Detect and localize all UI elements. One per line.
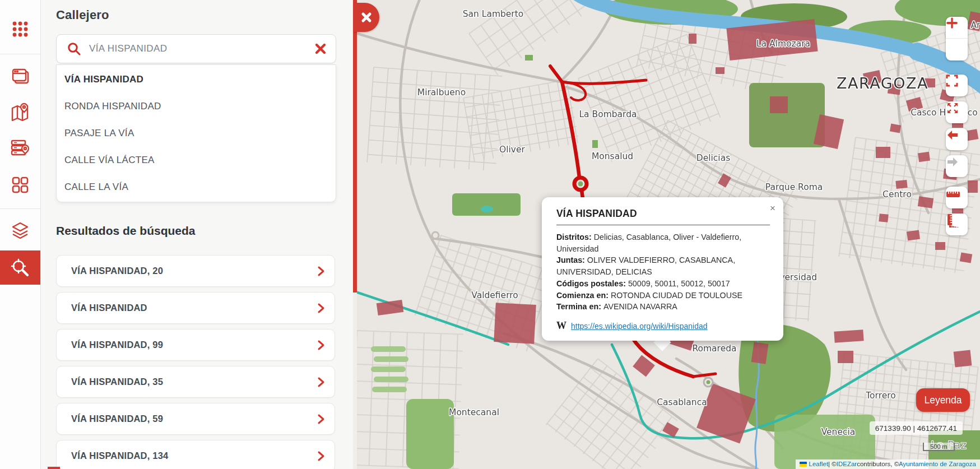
map-place-label: Romareda (692, 343, 736, 354)
result-card[interactable]: VÍA HISPANIDAD, 35 (56, 366, 335, 398)
result-card[interactable]: VÍA HISPANIDAD, 134 (56, 440, 335, 469)
sidebar-item-layers[interactable] (0, 215, 40, 247)
result-label: VÍA HISPANIDAD, 35 (71, 377, 163, 387)
chevron-right-icon (317, 414, 326, 425)
clear-search-icon[interactable] (314, 43, 327, 55)
attrib-text: contributors, © (857, 461, 899, 467)
map-place-label: Oliver (499, 145, 526, 155)
popup-close-icon[interactable]: × (770, 203, 775, 214)
autocomplete-item[interactable]: RONDA HISPANIDAD (57, 93, 336, 120)
ukraine-flag-icon (800, 462, 807, 467)
minus-icon (946, 17, 958, 29)
search-panel: Callejero VÍA HISPANIDADRONDA HISPANIDAD… (40, 0, 353, 469)
map-place-label: Parque Roma (765, 182, 823, 192)
search-target-icon (9, 257, 31, 279)
wikipedia-icon: W (556, 320, 566, 332)
popup-field: Juntas: OLIVER VALDEFIERRO, CASABLANCA, … (556, 254, 770, 277)
map-place-label: Torrero (865, 391, 896, 401)
fullscreen-control (946, 75, 968, 96)
results-title: Resultados de búsqueda (56, 224, 196, 238)
popup-divider (556, 225, 770, 225)
map-place-label: Centro (883, 189, 912, 199)
search-input[interactable] (88, 43, 314, 55)
result-label: VÍA HISPANIDAD, 134 (71, 451, 168, 461)
sidebar-item-apps[interactable] (0, 13, 40, 45)
result-label: VÍA HISPANIDAD, 59 (71, 414, 163, 424)
wikipedia-link[interactable]: https://es.wikipedia.org/wiki/Hispanidad (571, 322, 708, 331)
fullscreen-button[interactable] (946, 75, 968, 96)
popup-field: Códigos postales: 50009, 50011, 50012, 5… (556, 278, 770, 290)
result-label: VÍA HISPANIDAD, 20 (71, 266, 163, 276)
map-pin-icon (10, 101, 31, 123)
scroll-indicator (48, 467, 60, 469)
attrib-text: | © (828, 461, 837, 467)
sidebar-item-search-active[interactable] (0, 250, 40, 285)
leaflet-link[interactable]: Leaflet (809, 461, 829, 467)
map-place-label: Miralbueno (417, 87, 466, 97)
result-card[interactable]: VÍA HISPANIDAD (56, 292, 335, 324)
street-info-popup: VÍA HISPANIDAD × Distritos: Delicias, Ca… (542, 197, 783, 341)
idezar-link[interactable]: IDEZar (837, 461, 857, 467)
coordinates-readout: 671339.90 | 4612677.41 (870, 421, 963, 435)
measure-area-button[interactable] (946, 213, 968, 235)
measure-distance-control (946, 187, 968, 208)
layers-icon (10, 220, 31, 242)
measure-distance-button[interactable] (946, 187, 968, 208)
result-card[interactable]: VÍA HISPANIDAD, 59 (56, 403, 335, 435)
map-canvas[interactable]: San LambertoLa AlmozaraZARAGOZAMiralbuen… (357, 0, 980, 469)
modules-grid-icon (10, 175, 30, 195)
map-place-label: La Bombarda (579, 109, 637, 119)
history-forward-button[interactable] (946, 155, 968, 177)
measure-area-control (946, 213, 968, 235)
result-label: VÍA HISPANIDAD (71, 303, 147, 313)
server-pin-icon (10, 137, 31, 159)
ruler-icon (946, 187, 960, 201)
map-place-label: San Lamberto (463, 9, 524, 19)
panel-divider[interactable] (353, 0, 357, 292)
result-card[interactable]: VÍA HISPANIDAD, 20 (56, 255, 335, 287)
chevron-right-icon (317, 266, 326, 277)
history-back-button[interactable] (946, 128, 968, 150)
expand-view-button[interactable] (946, 101, 968, 123)
sidebar-item-windows[interactable] (0, 61, 40, 92)
expand-control (946, 101, 968, 123)
page-title: Callejero (56, 8, 109, 22)
autocomplete-item[interactable]: CALLE LA VÍA (57, 174, 336, 201)
autocomplete-item[interactable]: PASAJE LA VÍA (57, 120, 336, 147)
scale-bar: 500 m (923, 443, 955, 451)
search-icon (67, 41, 81, 56)
result-card[interactable]: VÍA HISPANIDAD, 99 (56, 329, 335, 361)
history-forward-control (946, 155, 968, 177)
rail-divider (0, 208, 40, 209)
chevron-right-icon (317, 377, 326, 388)
map-place-label: La Almozara (756, 39, 810, 49)
ayuntamiento-link[interactable]: Ayuntamiento de Zaragoza (899, 461, 976, 467)
chevron-right-icon (317, 303, 326, 314)
popup-title: VÍA HISPANIDAD (556, 208, 770, 220)
arrow-left-icon (946, 128, 959, 142)
zoom-out-button[interactable] (946, 39, 968, 61)
close-icon (361, 12, 372, 23)
map-place-label: Valdefierro (471, 290, 518, 300)
apps-grid-icon (11, 20, 30, 39)
autocomplete-item[interactable]: CALLE VÍA LÁCTEA (57, 147, 336, 174)
panel-divider-lower (353, 292, 357, 469)
ruler-corner-icon (946, 213, 960, 228)
map-place-label: Casablanca (657, 397, 707, 407)
result-label: VÍA HISPANIDAD, 99 (71, 340, 163, 350)
chevron-right-icon (317, 451, 326, 462)
legend-button[interactable]: Leyenda (916, 388, 970, 412)
history-back-control (946, 128, 968, 150)
map-place-label: Montecanal (449, 407, 499, 417)
wikipedia-row: W https://es.wikipedia.org/wiki/Hispanid… (556, 320, 770, 332)
autocomplete-item[interactable]: VÍA HISPANIDAD (57, 66, 336, 93)
popup-fields: Distritos: Delicias, Casablanca, Oliver … (556, 231, 770, 313)
sidebar-item-data[interactable] (0, 132, 40, 164)
map-attribution: Leaflet | © IDEZar contributors, © Ayunt… (796, 459, 980, 469)
map-place-label: Delicias (696, 153, 731, 163)
sidebar-item-modules[interactable] (0, 169, 40, 201)
search-box[interactable] (56, 34, 336, 63)
map-place-label: Ar (971, 20, 980, 30)
windows-icon (10, 67, 30, 87)
sidebar-item-map[interactable] (0, 96, 40, 128)
